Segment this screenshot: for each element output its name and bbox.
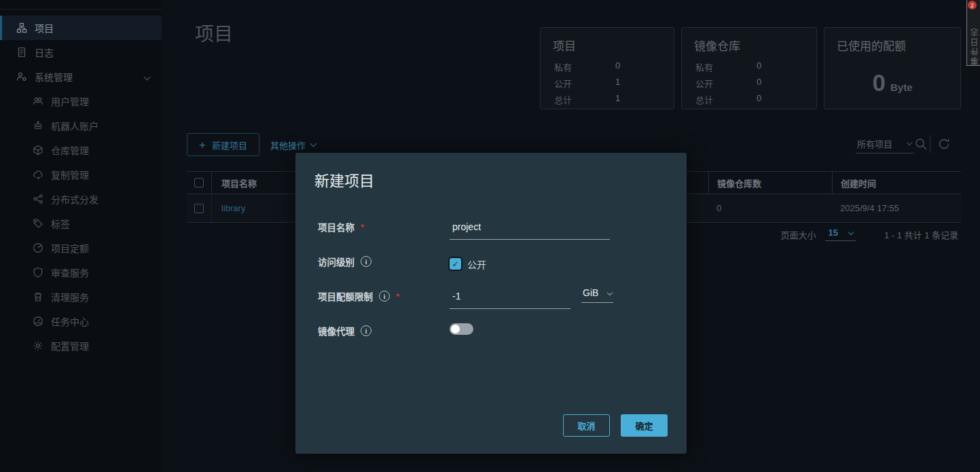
- robot-icon: [33, 120, 43, 131]
- new-project-form: 项目名称 * 访问级别 公开 项目配额限制 * GiB: [318, 218, 664, 357]
- sidebar: 项目 日志 系统管理: [0, 0, 162, 472]
- stat-row: 私有 0: [541, 58, 674, 75]
- project-name-input[interactable]: [450, 218, 610, 240]
- sidebar-item-label: 分布式分发: [51, 192, 98, 206]
- required-asterisk: *: [396, 291, 399, 302]
- page-size-select[interactable]: 15: [825, 228, 855, 241]
- stat-label: 私有: [554, 60, 615, 73]
- info-icon[interactable]: [361, 256, 371, 267]
- stat-row: 私有 0: [682, 58, 816, 75]
- sidebar-item-system-admin[interactable]: 系统管理: [0, 65, 162, 89]
- users-icon: [33, 96, 43, 107]
- sidebar-item-configuration[interactable]: 配置管理: [0, 333, 162, 358]
- tag-icon: [33, 218, 43, 229]
- required-asterisk: *: [361, 222, 364, 232]
- sidebar-item-distribution[interactable]: 分布式分发: [0, 187, 162, 211]
- label-text: 项目配额限制: [318, 289, 373, 303]
- sidebar-item-replications[interactable]: 复制管理: [0, 162, 162, 187]
- sidebar-item-labels[interactable]: 标签: [0, 211, 162, 236]
- cancel-button[interactable]: 取消: [563, 414, 610, 437]
- sidebar-item-interrogation-services[interactable]: 审查服务: [0, 260, 162, 285]
- sidebar-item-clean-up[interactable]: 清理服务: [0, 285, 162, 309]
- log-list-icon: [16, 47, 27, 58]
- stat-value: 1: [615, 93, 620, 106]
- quota-unit-select[interactable]: GiB: [581, 287, 613, 303]
- label-text: 项目名称: [318, 220, 355, 234]
- quota-field-label: 项目配额限制 *: [318, 287, 450, 303]
- repo-count-cell: 0: [708, 194, 832, 222]
- column-header-repo-count: 镜像仓库数: [708, 172, 832, 194]
- public-checkbox-group: 公开: [450, 253, 486, 274]
- chevron-down-icon: [144, 73, 151, 80]
- stat-value: 1: [615, 77, 620, 90]
- stat-value: 0: [757, 77, 761, 90]
- modal-title: 新建项目: [314, 168, 687, 190]
- row-checkbox-cell: [187, 204, 211, 213]
- form-row-name: 项目名称 *: [318, 218, 664, 240]
- form-row-access-level: 访问级别 公开: [318, 253, 664, 274]
- quota-pie-icon: [33, 242, 43, 253]
- sidebar-divider: [0, 9, 162, 10]
- sidebar-item-project-quotas[interactable]: 项目定额: [0, 236, 162, 260]
- sidebar-item-user-management[interactable]: 用户管理: [0, 89, 162, 113]
- sidebar-item-label: 用户管理: [51, 94, 89, 108]
- gauge-icon: [33, 316, 43, 327]
- stat-label: 公开: [554, 77, 615, 90]
- chevron-down-icon: [310, 141, 317, 147]
- quota-unit-value: GiB: [583, 287, 598, 298]
- project-filter-select[interactable]: 所有项目: [856, 137, 914, 153]
- stat-value: 0: [615, 60, 620, 73]
- new-project-modal: 新建项目 项目名称 * 访问级别 公开 项目配额限制 *: [295, 153, 687, 454]
- search-icon[interactable]: [914, 137, 928, 151]
- quota-limit-input[interactable]: [450, 287, 570, 309]
- sidebar-item-label: 机器人账户: [51, 119, 98, 132]
- form-row-quota: 项目配额限制 * GiB: [318, 287, 664, 309]
- sidebar-item-registries[interactable]: 仓库管理: [0, 138, 162, 162]
- sidebar-item-label: 仓库管理: [51, 143, 89, 157]
- label-text: 镜像代理: [318, 324, 355, 338]
- project-link[interactable]: library: [221, 203, 245, 213]
- new-project-button[interactable]: + 新建项目: [187, 133, 259, 156]
- stat-label: 公开: [695, 77, 757, 90]
- chevron-down-icon: [607, 289, 613, 295]
- sidebar-item-logs[interactable]: 日志: [0, 40, 162, 65]
- sidebar-item-job-center[interactable]: 任务中心: [0, 309, 162, 333]
- public-checkbox[interactable]: [450, 258, 461, 270]
- label-text: 访问级别: [318, 255, 355, 268]
- quota-value: 0: [873, 69, 886, 96]
- repositories-stat-card: 镜像仓库 私有 0 公开 0 总计 0: [681, 27, 817, 109]
- stat-label: 总计: [695, 93, 757, 106]
- proxy-toggle[interactable]: [450, 323, 473, 335]
- stat-row: 总计 1: [541, 91, 674, 107]
- projects-stat-card: 项目 私有 0 公开 1 总计 1: [540, 27, 674, 109]
- toolbar-divider: [930, 135, 930, 153]
- stat-row: 公开 0: [682, 75, 816, 91]
- public-checkbox-label: 公开: [467, 257, 486, 271]
- quota-unit: Byte: [890, 81, 913, 93]
- info-icon[interactable]: [361, 325, 371, 336]
- pagination-range: 1 - 1 共计 1 条记录: [884, 228, 958, 241]
- sidebar-item-label: 复制管理: [51, 168, 89, 181]
- project-filter-value: 所有项目: [857, 137, 892, 150]
- select-all-checkbox[interactable]: [194, 178, 204, 187]
- sidebar-item-robot-accounts[interactable]: 机器人账户: [0, 113, 162, 138]
- stat-value: 0: [757, 93, 761, 106]
- trash-icon: [33, 291, 43, 302]
- sidebar-item-label: 标签: [51, 217, 70, 230]
- row-checkbox[interactable]: [194, 204, 204, 213]
- card-title: 已使用的配额: [824, 28, 960, 58]
- ok-button[interactable]: 确定: [621, 414, 668, 437]
- card-title: 镜像仓库: [682, 28, 816, 58]
- name-field-label: 项目名称 *: [318, 218, 450, 234]
- sidebar-item-label: 配置管理: [51, 339, 89, 352]
- sidebar-item-label: 日志: [35, 46, 54, 59]
- stat-row: 总计 0: [682, 91, 816, 107]
- sidebar-item-label: 清理服务: [51, 290, 89, 304]
- refresh-icon[interactable]: [937, 137, 951, 151]
- sidebar-item-projects[interactable]: 项目: [0, 16, 162, 40]
- chevron-down-icon: [848, 229, 854, 234]
- event-log-side-tab[interactable]: 2 事件日志: [966, 0, 980, 66]
- column-header-created: 创建时间: [832, 172, 961, 194]
- info-icon[interactable]: [379, 291, 390, 302]
- sidebar-item-label: 项目: [35, 21, 54, 35]
